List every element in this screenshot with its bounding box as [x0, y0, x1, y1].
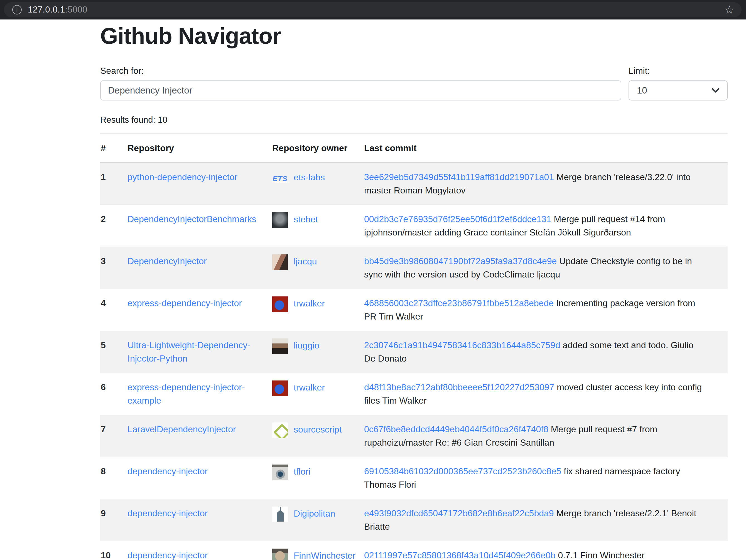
- column-header-last-commit: Last commit: [364, 134, 728, 163]
- table-row: 7 LaravelDependencyInjector sourcescript…: [100, 415, 728, 457]
- commit-sha-link[interactable]: 69105384b61032d000365ee737cd2523b260c8e5: [364, 466, 561, 476]
- table-row: 2 DependencyInjectorBenchmarks stebet 00…: [100, 205, 728, 247]
- row-number: 5: [100, 331, 127, 373]
- owner-link[interactable]: trwalker: [294, 299, 325, 309]
- repository-link[interactable]: express-dependency-injector: [127, 298, 242, 308]
- limit-selected-value: 10: [637, 85, 647, 96]
- url-field[interactable]: i 127.0.0.1:5000 ☆: [4, 2, 742, 17]
- column-header-repository: Repository: [127, 134, 272, 163]
- owner-link[interactable]: trwalker: [294, 383, 325, 393]
- repository-link[interactable]: LaravelDependencyInjector: [127, 424, 236, 434]
- repository-link[interactable]: DependencyInjectorBenchmarks: [127, 214, 256, 224]
- row-number: 6: [100, 373, 127, 415]
- repository-link[interactable]: python-dependency-injector: [127, 172, 237, 182]
- owner-link[interactable]: stebet: [294, 214, 318, 225]
- commit-sha-link[interactable]: 02111997e57c85801368f43a10d45f409e266e0b: [364, 550, 555, 560]
- browser-toolbar: i 127.0.0.1:5000 ☆: [0, 0, 746, 20]
- repository-link[interactable]: dependency-injector: [127, 550, 208, 560]
- search-input[interactable]: [100, 81, 621, 100]
- results-count: Results found: 10: [100, 115, 728, 125]
- info-icon[interactable]: i: [12, 5, 22, 14]
- commit-sha-link[interactable]: 2c30746c1a91b4947583416c833b1644a85c759d: [364, 340, 560, 350]
- row-number: 3: [100, 247, 127, 289]
- url-text: 127.0.0.1:5000: [28, 5, 87, 15]
- page-title: Github Navigator: [100, 23, 728, 49]
- repository-link[interactable]: dependency-injector: [127, 466, 208, 476]
- row-number: 10: [100, 541, 127, 560]
- table-row: 1 python-dependency-injector ETS ets-lab…: [100, 163, 728, 205]
- commit-message: 0.7.1 Finn Winchester: [558, 550, 644, 560]
- commit-sha-link[interactable]: e493f9032dfcd65047172b682e8b6eaf22c5bda9: [364, 508, 554, 518]
- owner-avatar: [272, 212, 288, 228]
- owner-avatar: [272, 255, 288, 270]
- column-header-owner: Repository owner: [272, 134, 364, 163]
- table-row: 4 express-dependency-injector trwalker 4…: [100, 289, 728, 331]
- table-row: 5 Ultra-Lightweight-Dependency-Injector-…: [100, 331, 728, 373]
- row-number: 8: [100, 457, 127, 499]
- table-row: 10 dependency-injector FinnWinchester 02…: [100, 541, 728, 560]
- owner-avatar: [272, 338, 288, 354]
- owner-avatar: [272, 465, 288, 480]
- repository-link[interactable]: express-dependency-injector-example: [127, 382, 245, 406]
- owner-avatar: [272, 549, 288, 560]
- owner-link[interactable]: tflori: [294, 467, 310, 477]
- commit-sha-link[interactable]: d48f13be8ac712abf80bbeeee5f120227d253097: [364, 382, 554, 392]
- commit-sha-link[interactable]: 00d2b3c7e76935d76f25ee50f6d1f2ef6ddce131: [364, 214, 551, 224]
- column-header-num: #: [100, 134, 127, 163]
- limit-select[interactable]: 10: [629, 81, 728, 100]
- search-form: Search for: Limit: 10: [100, 66, 728, 100]
- owner-link[interactable]: liuggio: [294, 341, 320, 351]
- bookmark-star-icon[interactable]: ☆: [724, 4, 734, 15]
- table-row: 9 dependency-injector Digipolitan e493f9…: [100, 499, 728, 541]
- owner-link[interactable]: ets-labs: [294, 173, 325, 183]
- commit-sha-link[interactable]: bb45d9e3b98608047190bf72a95fa9a37d8c4e9e: [364, 256, 557, 266]
- owner-avatar: [272, 506, 288, 522]
- row-number: 1: [100, 163, 127, 205]
- repository-link[interactable]: Ultra-Lightweight-Dependency-Injector-Py…: [127, 340, 250, 363]
- row-number: 4: [100, 289, 127, 331]
- commit-sha-link[interactable]: 3ee629eb5d7349d55f41b119aff81dd219071a01: [364, 172, 554, 182]
- owner-link[interactable]: Digipolitan: [294, 509, 335, 519]
- search-label: Search for:: [100, 66, 621, 76]
- repository-link[interactable]: DependencyInjector: [127, 256, 207, 266]
- results-table: # Repository Repository owner Last commi…: [100, 134, 728, 560]
- table-header-row: # Repository Repository owner Last commi…: [100, 134, 728, 163]
- commit-sha-link[interactable]: 468856003c273dffce23b86791fbbe512a8ebede: [364, 298, 554, 308]
- owner-avatar: [272, 381, 288, 396]
- repository-link[interactable]: dependency-injector: [127, 508, 208, 518]
- commit-sha-link[interactable]: 0c67f6be8eddcd4449eb4044f5df0ca26f4740f8: [364, 424, 548, 434]
- owner-avatar: [272, 422, 288, 438]
- owner-link[interactable]: ljacqu: [294, 257, 317, 267]
- owner-avatar: [272, 296, 288, 312]
- page-content: Github Navigator Search for: Limit: 10 R…: [0, 20, 746, 560]
- chevron-down-icon: [712, 88, 720, 93]
- owner-link[interactable]: FinnWinchester: [294, 551, 355, 560]
- limit-label: Limit:: [629, 66, 728, 76]
- table-row: 6 express-dependency-injector-example tr…: [100, 373, 728, 415]
- row-number: 9: [100, 499, 127, 541]
- owner-link[interactable]: sourcescript: [294, 425, 342, 435]
- table-row: 3 DependencyInjector ljacqu bb45d9e3b986…: [100, 247, 728, 289]
- owner-avatar: ETS: [272, 170, 288, 186]
- table-row: 8 dependency-injector tflori 69105384b61…: [100, 457, 728, 499]
- row-number: 7: [100, 415, 127, 457]
- row-number: 2: [100, 205, 127, 247]
